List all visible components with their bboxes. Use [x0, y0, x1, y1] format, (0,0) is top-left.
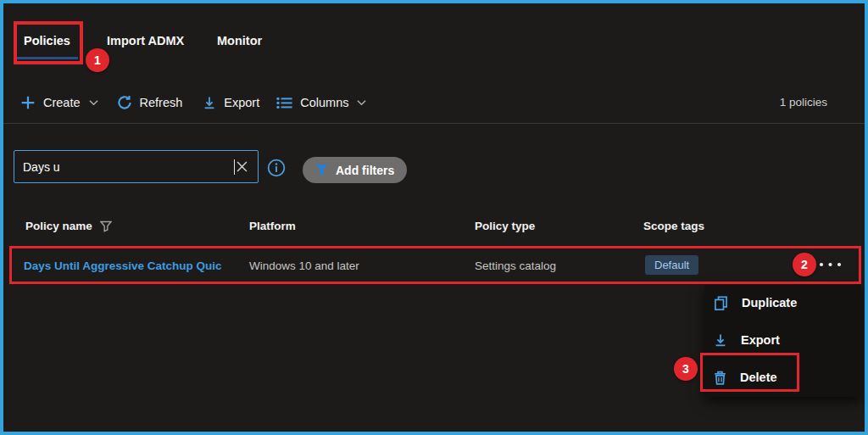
annotation-badge-2: 2 [793, 253, 816, 276]
create-button[interactable]: Create [20, 95, 98, 110]
intune-policies-page: Policies Import ADMX Monitor Create Refr… [0, 0, 868, 435]
filter-funnel-icon [315, 164, 328, 176]
policy-count-label: 1 policies [780, 96, 827, 109]
column-header-policy-name[interactable]: Policy name [25, 220, 112, 232]
more-options-button[interactable] [815, 259, 846, 270]
tab-import-admx[interactable]: Import ADMX [107, 34, 184, 47]
trash-icon [714, 371, 726, 385]
export-button[interactable]: Export [203, 96, 259, 110]
menu-item-export[interactable]: Export [704, 321, 861, 359]
annotation-badge-1: 1 [86, 48, 109, 72]
active-tab-indicator [17, 57, 78, 59]
column-header-scope-tags[interactable]: Scope tags [643, 220, 704, 232]
info-icon[interactable] [267, 159, 286, 177]
table-row[interactable]: Days Until Aggressive Catchup Quic Windo… [3, 247, 868, 284]
search-input[interactable] [14, 150, 259, 183]
clear-search-icon[interactable] [235, 159, 249, 174]
menu-item-delete[interactable]: Delete [704, 359, 861, 396]
copy-icon [714, 296, 728, 310]
policy-type-cell: Settings catalog [475, 259, 556, 272]
annotation-badge-3: 3 [674, 357, 698, 381]
chevron-down-icon [89, 99, 98, 106]
column-header-platform[interactable]: Platform [249, 220, 296, 232]
refresh-icon [117, 95, 132, 110]
tab-monitor[interactable]: Monitor [217, 34, 262, 47]
plus-icon [20, 95, 36, 110]
policy-name-link[interactable]: Days Until Aggressive Catchup Quic [24, 259, 222, 272]
refresh-button[interactable]: Refresh [117, 95, 183, 110]
download-icon [714, 333, 727, 348]
toolbar-divider [3, 123, 865, 124]
scope-tag-badge: Default [645, 255, 698, 275]
add-filters-button[interactable]: Add filters [303, 157, 407, 183]
column-header-policy-type[interactable]: Policy type [475, 220, 535, 232]
platform-cell: Windows 10 and later [249, 259, 359, 272]
column-filter-icon[interactable] [100, 220, 112, 232]
menu-item-duplicate[interactable]: Duplicate [704, 284, 861, 321]
command-bar: Create Refresh Export Columns [20, 90, 366, 115]
ellipsis-icon [819, 262, 843, 267]
columns-list-icon [276, 97, 292, 109]
row-context-menu: Duplicate Export Delete [704, 284, 861, 397]
columns-button[interactable]: Columns [276, 96, 366, 109]
tab-policies[interactable]: Policies [24, 34, 70, 47]
download-icon [203, 96, 216, 110]
chevron-down-icon [357, 99, 366, 106]
